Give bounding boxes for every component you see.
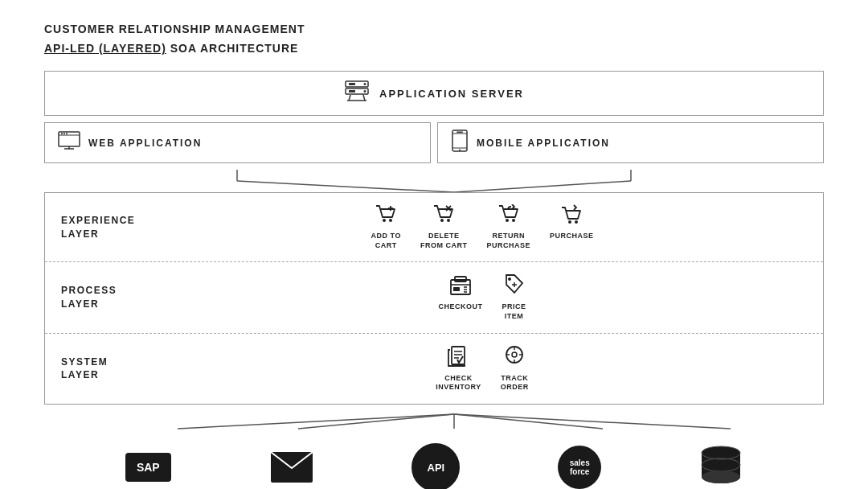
email-icon [269, 450, 314, 484]
app-server-label: APPLICATION SERVER [379, 88, 524, 100]
svg-rect-11 [61, 134, 63, 135]
add-to-cart-label: ADD TOCART [371, 232, 401, 250]
email-integration [269, 450, 314, 484]
web-app-label: WEB APPLICATION [88, 138, 202, 149]
api-icon-wrapper: API [411, 443, 460, 489]
svg-point-68 [702, 471, 740, 483]
checkout-item: CHECKOUT [438, 273, 482, 312]
return-purchase-item: RETURNPURCHASE [486, 204, 530, 250]
svg-rect-4 [349, 83, 355, 85]
app-server-box: APPLICATION SERVER [44, 71, 824, 116]
add-to-cart-item: ADD TOCART [371, 204, 401, 250]
svg-line-60 [454, 414, 603, 429]
svg-point-52 [512, 352, 517, 357]
svg-point-19 [459, 150, 461, 151]
track-order-icon [502, 345, 526, 371]
server-icon [344, 80, 370, 107]
track-order-item: TRACKORDER [501, 345, 529, 392]
delete-from-cart-item: DELETEFROM CART [420, 204, 468, 250]
database-integration [699, 445, 743, 489]
process-layer-label: PROCESSLAYER [61, 284, 158, 311]
return-purchase-label: RETURNPURCHASE [486, 232, 530, 250]
process-layer-items: CHECKOUT PRICEITEM [158, 273, 807, 321]
api-icon-ring [411, 443, 460, 489]
apps-row: WEB APPLICATION MOBILE APPLICATION [44, 122, 824, 163]
sub-title: API-LED (LAYERED) SOA ARCHITECTURE [44, 42, 824, 55]
svg-point-25 [383, 219, 386, 222]
sap-icon: SAP [125, 453, 171, 482]
svg-point-36 [575, 220, 578, 224]
delete-from-cart-icon [432, 204, 455, 228]
svg-rect-40 [453, 287, 460, 291]
purchase-icon [560, 204, 583, 228]
svg-rect-12 [63, 134, 65, 135]
integration-row: SAP API salesforce [44, 435, 824, 489]
web-app-box: WEB APPLICATION [44, 122, 431, 163]
svg-rect-38 [455, 277, 466, 281]
checkout-label: CHECKOUT [438, 302, 482, 312]
sub-title-underline: API-LED (LAYERED) [44, 42, 166, 55]
return-purchase-icon [497, 204, 520, 228]
salesforce-integration: salesforce [558, 446, 601, 489]
main-title: CUSTOMER RELATIONSHIP MANAGEMENT [44, 23, 824, 35]
salesforce-icon: salesforce [558, 446, 601, 489]
track-order-label: TRACKORDER [501, 374, 529, 392]
database-icon [699, 445, 743, 489]
svg-line-61 [454, 414, 731, 429]
delete-from-cart-label: DELETEFROM CART [420, 232, 468, 250]
sap-integration: SAP [125, 453, 171, 482]
mobile-app-box: MOBILE APPLICATION [437, 122, 824, 163]
process-layer-row: PROCESSLAYER CHECKOU [45, 262, 823, 333]
svg-line-22 [237, 181, 454, 192]
purchase-item: PURCHASE [550, 204, 594, 241]
check-inventory-icon [447, 345, 469, 371]
purchase-label: PURCHASE [550, 232, 594, 241]
svg-line-6 [349, 95, 350, 101]
svg-point-26 [389, 219, 392, 222]
mobile-app-label: MOBILE APPLICATION [477, 138, 610, 149]
web-app-icon [58, 131, 80, 154]
experience-layer-items: ADD TOCART DELETEFROM CART [158, 204, 807, 250]
check-inventory-item: CHECKINVENTORY [436, 345, 481, 392]
svg-rect-5 [349, 90, 355, 92]
system-layer-label: SYSTEMLAYER [61, 355, 158, 383]
svg-point-2 [364, 83, 366, 85]
mobile-app-icon [451, 129, 469, 156]
layers-box: EXPERIENCELAYER ADD TOCART [44, 192, 824, 405]
price-item-icon [503, 273, 524, 299]
svg-point-29 [440, 219, 444, 222]
svg-point-3 [364, 90, 366, 92]
experience-layer-row: EXPERIENCELAYER ADD TOCART [45, 193, 823, 262]
page-content: CUSTOMER RELATIONSHIP MANAGEMENT API-LED… [0, 0, 868, 489]
svg-point-34 [512, 219, 515, 222]
svg-point-30 [447, 219, 450, 222]
svg-line-7 [363, 95, 365, 101]
price-item-item: PRICEITEM [502, 273, 526, 321]
svg-rect-20 [457, 132, 463, 134]
api-integration: API [411, 443, 460, 489]
connector-svg [44, 170, 824, 192]
svg-point-33 [506, 219, 509, 222]
check-inventory-label: CHECKINVENTORY [436, 374, 481, 392]
svg-point-35 [568, 220, 571, 224]
experience-layer-label: EXPERIENCELAYER [61, 214, 158, 241]
checkout-icon [448, 273, 473, 299]
system-layer-row: SYSTEMLAYER CHECKINVENTORY [45, 334, 823, 404]
add-to-cart-icon [375, 204, 397, 228]
connector-area [44, 170, 824, 192]
sub-title-suffix: SOA ARCHITECTURE [170, 42, 299, 55]
bottom-connector-svg [44, 414, 824, 429]
svg-line-24 [454, 181, 631, 192]
svg-point-44 [508, 277, 511, 281]
system-layer-items: CHECKINVENTORY TRACKORDER [158, 345, 807, 392]
svg-rect-13 [66, 134, 68, 135]
price-item-label: PRICEITEM [502, 302, 526, 321]
bottom-connector-area [44, 414, 824, 429]
